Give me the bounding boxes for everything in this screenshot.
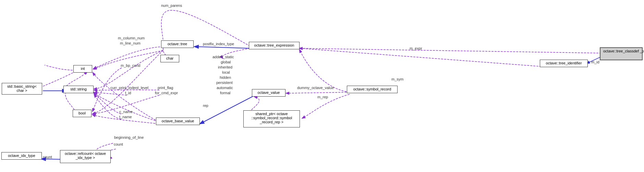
label-t-id: t_id xyxy=(125,91,131,95)
node-label-octave-tree: octave::tree xyxy=(168,42,187,46)
label-hidden: hidden xyxy=(220,75,231,79)
svg-line-6 xyxy=(42,159,63,159)
label-curr-print-indent: curr_print_indent_level xyxy=(110,86,148,90)
node-label-octave-tree-expression: octave::tree_expression xyxy=(254,43,294,47)
node-char: char xyxy=(160,55,179,62)
label-m-line-num: m_line_num xyxy=(120,41,141,45)
node-label-octave-tree-classprop: octave::tree_classdef _property xyxy=(603,49,644,53)
label-m-id: m_id xyxy=(591,60,599,64)
node-octave-refcount: octave::refcount< octave_idx_type > xyxy=(60,150,111,163)
node-bool: bool xyxy=(73,110,92,117)
label-added-static: added_static xyxy=(212,55,234,59)
label-num-parens: num_parens xyxy=(161,3,182,8)
node-label-int: int xyxy=(81,66,85,71)
node-octave-tree: octave::tree xyxy=(161,40,194,48)
label-formal: formal xyxy=(220,91,231,95)
node-label-std-string: std::string xyxy=(70,87,87,91)
node-label-std-basic-string: std::basic_string<char > xyxy=(7,84,37,93)
svg-line-1 xyxy=(300,48,542,66)
node-std-basic-string: std::basic_string<char > xyxy=(2,83,42,95)
node-octave-tree-expression: octave::tree_expression xyxy=(249,42,300,49)
label-beginning-of-line: beginning_of_line xyxy=(114,135,144,139)
node-label-octave-symbol-record: octave::symbol_record xyxy=(353,87,391,91)
node-label-octave-base-value: octave_base_value xyxy=(162,119,194,123)
label-postfix-index-type: postfix_index_type xyxy=(203,42,234,46)
label-c-name: c_name xyxy=(119,110,133,114)
label-m-expr: m_expr xyxy=(410,46,422,50)
node-label-octave-idx-type: octave_idx_type xyxy=(8,153,35,158)
node-shared-ptr: shared_ptr< octave::symbol_record::symbo… xyxy=(243,110,300,127)
node-octave-value: octave_value xyxy=(252,89,285,97)
label-global: global xyxy=(221,60,231,64)
node-octave-idx-type: octave_idx_type xyxy=(1,152,42,160)
label-inherited: inherited xyxy=(218,65,232,69)
node-label-bool: bool xyxy=(78,111,86,115)
label-rep: rep xyxy=(203,103,208,108)
node-octave-symbol-record: octave::symbol_record xyxy=(347,86,398,93)
svg-line-2 xyxy=(300,48,602,53)
node-label-octave-refcount: octave::refcount< octave_idx_type > xyxy=(65,151,106,160)
node-octave-base-value: octave_base_value xyxy=(156,118,200,125)
label-print-flag: print_flag xyxy=(158,86,173,90)
label-m-rep: m_rep xyxy=(317,95,328,99)
node-octave-tree-identifier: octave::tree_identifier xyxy=(540,60,588,67)
label-for-cmd-expr: for_cmd_expr xyxy=(155,91,178,95)
node-int: int xyxy=(73,65,92,73)
label-count: count xyxy=(114,142,123,146)
node-label-octave-value: octave_value xyxy=(258,90,280,95)
node-label-octave-tree-identifier: octave::tree_identifier xyxy=(546,61,582,65)
node-label-char: char xyxy=(166,56,173,60)
node-octave-tree-classprop: octave::tree_classdef _property xyxy=(600,47,643,60)
label-dummy-octave-value: dummy_octave_value xyxy=(297,86,334,90)
label-count-arrow: count xyxy=(43,155,52,159)
label-t-name: t_name xyxy=(119,115,132,119)
node-std-string: std::string xyxy=(63,86,94,93)
label-persistent: persistent xyxy=(216,81,233,85)
label-local: local xyxy=(222,70,230,74)
label-m-column-num: m_column_num xyxy=(118,36,145,40)
label-m-sym: m_sym xyxy=(391,77,403,81)
label-m-bp-cond: m_bp_cond xyxy=(121,63,141,67)
svg-line-3 xyxy=(195,47,250,48)
label-automatic: automatic xyxy=(217,86,233,90)
node-label-shared-ptr: shared_ptr< octave::symbol_record::symbo… xyxy=(251,112,292,124)
diagram-container: octave::tree_classdef _property octave::… xyxy=(0,0,644,172)
